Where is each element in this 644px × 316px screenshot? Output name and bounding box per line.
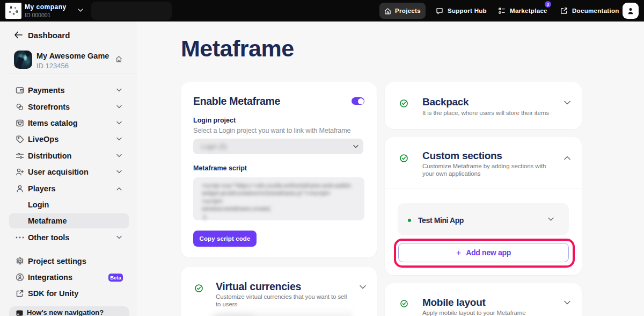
svg-text:s: s: [14, 6, 16, 9]
svg-text:B: B: [13, 13, 15, 16]
